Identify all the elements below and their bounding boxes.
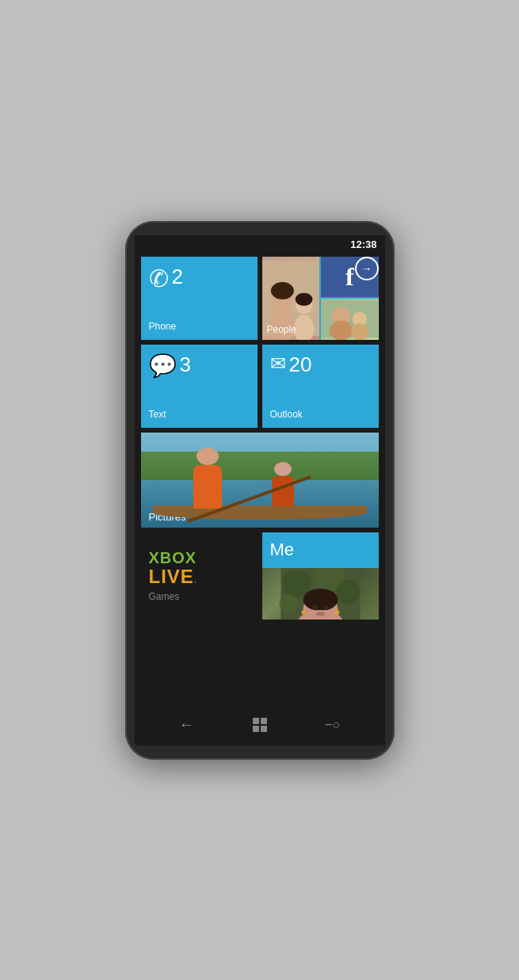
games-label: Games [149, 591, 180, 602]
outlook-label: Outlook [270, 409, 371, 420]
people-label: People [267, 324, 296, 335]
pictures-tile[interactable]: Pictures [141, 433, 379, 528]
svg-point-20 [312, 605, 317, 610]
me-label: Me [270, 540, 295, 560]
phone-icon-badge: ✆ 2 [149, 265, 250, 292]
phone-badge: 2 [172, 265, 183, 289]
win-sq-3 [253, 726, 259, 732]
games-tile[interactable]: XBOX LIVE. Games [141, 532, 258, 620]
outlook-tile[interactable]: ✉ 20 Outlook [262, 345, 379, 428]
svg-point-24 [334, 610, 339, 615]
me-photo [262, 568, 379, 620]
scroll-right-button[interactable]: → [355, 257, 379, 280]
phone-screen: 12:38 → ✆ 2 Phone [135, 235, 385, 745]
chat-icon: 💬 [149, 353, 177, 379]
mail-icon: ✉ [270, 353, 286, 375]
me-tile[interactable]: Me [262, 532, 379, 620]
people-photo-3 [321, 299, 379, 340]
search-button[interactable]: −○ [317, 709, 349, 741]
xbox-text: XBOX LIVE. [149, 549, 198, 587]
status-bar: 12:38 [135, 235, 385, 254]
svg-point-6 [295, 292, 312, 305]
text-tile[interactable]: 💬 3 Text [141, 345, 258, 428]
nav-bar: ← −○ [135, 704, 385, 745]
text-icon-badge: 💬 3 [149, 353, 250, 379]
back-icon: ← [179, 715, 195, 734]
text-badge: 3 [180, 353, 191, 377]
xbox-top-label: XBOX [149, 549, 198, 566]
phone-device: 12:38 → ✆ 2 Phone [125, 221, 395, 760]
win-sq-4 [261, 726, 267, 732]
outlook-icon-badge: ✉ 20 [270, 353, 371, 377]
text-label: Text [149, 409, 250, 420]
me-tile-top: Me [262, 532, 379, 568]
xbox-l: L [149, 566, 162, 587]
phone-tile[interactable]: ✆ 2 Phone [141, 257, 258, 340]
xbox-i: I [161, 566, 167, 587]
me-photo-bg [262, 568, 379, 620]
phone-label: Phone [149, 321, 250, 332]
outlook-badge: 20 [289, 353, 312, 377]
search-icon: −○ [325, 718, 340, 732]
svg-point-3 [270, 282, 293, 299]
win-sq-1 [253, 718, 259, 724]
xbox-v: V [167, 566, 181, 587]
back-button[interactable]: ← [171, 709, 203, 741]
tiles-container: → ✆ 2 Phone [135, 254, 385, 704]
phone-icon: ✆ [149, 265, 169, 292]
win-sq-2 [261, 718, 267, 724]
svg-point-15 [336, 580, 360, 604]
svg-point-21 [323, 605, 328, 610]
xbox-e: E [181, 566, 194, 587]
xbox-dot: . [194, 574, 197, 585]
tiles-grid: ✆ 2 Phone [141, 257, 379, 620]
windows-button[interactable] [244, 709, 276, 741]
windows-logo [253, 718, 267, 732]
svg-point-22 [315, 612, 325, 616]
canoe-trees [141, 452, 379, 480]
scroll-arrow-container: → [355, 257, 379, 280]
time-display: 12:38 [350, 238, 376, 250]
svg-point-18 [303, 589, 338, 611]
svg-point-16 [279, 594, 298, 613]
svg-point-23 [301, 610, 306, 615]
canoe-scene [141, 433, 379, 528]
xbox-live-label: LIVE. [149, 566, 198, 587]
